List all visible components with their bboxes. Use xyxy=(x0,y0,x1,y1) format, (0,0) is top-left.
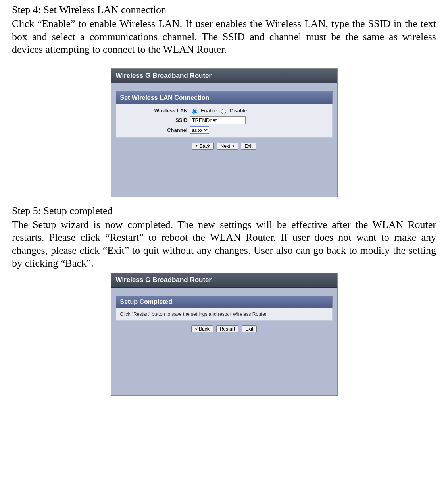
next-button[interactable]: Next > xyxy=(217,143,238,150)
wlan-label: Wireless LAN xyxy=(120,108,190,114)
disable-radio[interactable] xyxy=(221,109,226,114)
wlan-panel: Wireless G Broadband Router Set Wireless… xyxy=(111,68,338,197)
step4-title: Step 4: Set Wireless LAN connection xyxy=(12,4,436,16)
panel1-form: Wireless LAN Enable Disable SSID Channel xyxy=(116,104,333,138)
back-button-2[interactable]: < Back xyxy=(191,325,213,332)
disable-radio-label: Disable xyxy=(230,108,247,114)
exit-button-2[interactable]: Exit xyxy=(242,325,257,332)
panel1-section-title: Set Wireless LAN Connection xyxy=(116,91,333,104)
ssid-input[interactable] xyxy=(190,116,246,124)
panel2-instruction: Click "Restart" button to save the setti… xyxy=(116,308,333,321)
enable-radio-label: Enable xyxy=(201,108,217,114)
restart-button[interactable]: Restart xyxy=(216,325,239,332)
step4-body: Click “Enable” to enable Wireless LAN. I… xyxy=(12,17,436,56)
step5-title: Step 5: Setup completed xyxy=(12,205,436,217)
enable-radio[interactable] xyxy=(192,109,197,114)
exit-button[interactable]: Exit xyxy=(241,143,256,150)
back-button[interactable]: < Back xyxy=(192,143,214,150)
panel2-header: Wireless G Broadband Router xyxy=(111,273,337,288)
complete-panel: Wireless G Broadband Router Setup Comple… xyxy=(111,273,338,396)
channel-select[interactable]: auto xyxy=(190,126,209,134)
panel2-section-title: Setup Completed xyxy=(116,296,333,308)
channel-label: Channel xyxy=(120,127,190,133)
ssid-label: SSID xyxy=(120,117,190,123)
panel1-header: Wireless G Broadband Router xyxy=(111,69,337,83)
step5-body: The Setup wizard is now completed. The n… xyxy=(12,218,436,270)
